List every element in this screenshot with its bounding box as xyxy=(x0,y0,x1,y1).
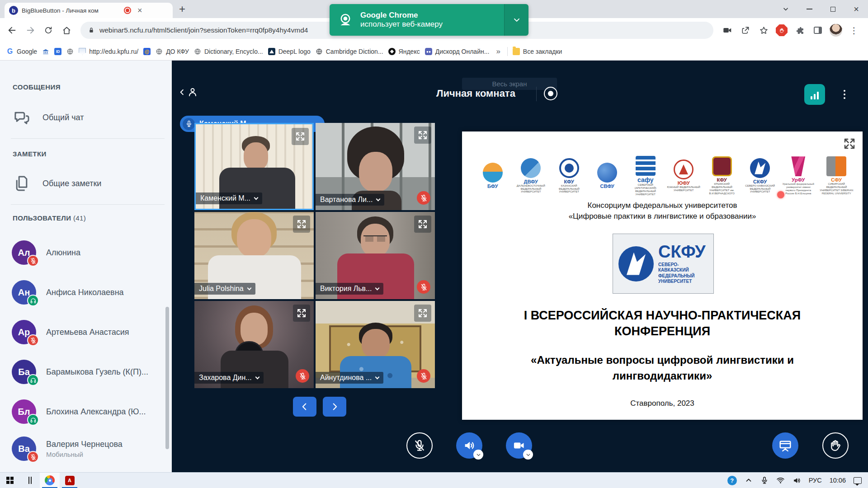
connection-status-icon[interactable] xyxy=(804,84,825,105)
tile-fullscreen-icon[interactable] xyxy=(414,216,431,233)
video-tile[interactable]: Захарова Дин... xyxy=(194,301,314,388)
clock[interactable]: 10:06 xyxy=(830,477,846,484)
bookmark-discord[interactable]: Дискорд Онлайн... xyxy=(425,48,490,55)
record-button[interactable] xyxy=(544,87,557,100)
user-list-item[interactable]: Ан Анфиса Николаевна xyxy=(12,280,124,305)
audio-options-chevron[interactable] xyxy=(473,450,483,460)
tray-network-icon[interactable] xyxy=(776,476,785,485)
tile-fullscreen-icon[interactable] xyxy=(293,216,310,233)
back-icon[interactable] xyxy=(5,23,20,38)
toast-expand-chevron[interactable] xyxy=(504,4,528,36)
participant-name[interactable]: Захарова Дин... xyxy=(194,372,264,384)
bookmark-mailru[interactable]: @ xyxy=(143,48,151,55)
raise-hand-button[interactable] xyxy=(822,432,849,459)
video-tile[interactable]: Каменский М... xyxy=(194,123,314,210)
webcam-usage-toast[interactable]: Google Chrome использует веб-камеру xyxy=(330,4,528,36)
side-panel-icon[interactable] xyxy=(810,23,826,38)
bookmark-yandex[interactable]: Яндекс xyxy=(388,48,420,55)
language-indicator[interactable]: РУС xyxy=(809,477,822,484)
mute-button[interactable] xyxy=(406,432,433,459)
tray-mic-icon[interactable] xyxy=(760,476,769,484)
participant-name[interactable]: Каменский М... xyxy=(196,192,262,204)
all-bookmarks-folder[interactable]: Все закладки xyxy=(513,48,562,55)
restore-presentation-button[interactable] xyxy=(772,432,798,459)
bookmark-dictionary[interactable]: Dictionary, Encyclo... xyxy=(194,48,263,55)
bookmark-globe[interactable] xyxy=(66,48,74,55)
bookmark-do-kfu[interactable]: ДО КФУ xyxy=(156,48,189,55)
user-list-item[interactable]: Ал Алюнина xyxy=(12,240,80,265)
video-tile[interactable]: Вартанова Ли... xyxy=(316,123,435,210)
home-icon[interactable] xyxy=(59,23,74,38)
help-tray-icon[interactable]: ? xyxy=(727,476,737,485)
browser-menu-icon[interactable]: ⋮ xyxy=(846,23,862,38)
forward-icon[interactable] xyxy=(23,23,38,38)
reload-icon[interactable] xyxy=(41,23,56,38)
toggle-userlist-button[interactable] xyxy=(178,87,198,98)
bookmark-id[interactable]: ID xyxy=(54,48,61,55)
tile-fullscreen-icon[interactable] xyxy=(293,305,310,322)
adblock-extension-icon[interactable] xyxy=(774,23,789,38)
bookmark-cambridge[interactable]: Cambridge Diction... xyxy=(316,48,383,55)
presentation-slide[interactable]: БФУ ДВФУДАЛЬНЕВОСТОЧНЫЙ ФЕДЕРАЛЬНЫЙ УНИВ… xyxy=(462,131,863,420)
taskbar-acrobat[interactable]: A xyxy=(60,473,80,488)
tile-fullscreen-icon[interactable] xyxy=(414,305,431,322)
hidden-icons-chevron[interactable] xyxy=(745,476,753,484)
user-list-item[interactable]: Ба Барамыкова Гузель (К(П)... xyxy=(12,360,148,384)
participant-name[interactable]: Вартанова Ли... xyxy=(316,194,384,206)
taskbar-chrome[interactable] xyxy=(40,473,60,488)
window-minimize-button[interactable] xyxy=(797,0,821,18)
divider xyxy=(11,204,165,205)
bookmarks-divider xyxy=(507,47,508,56)
public-chat-item[interactable]: Общий чат xyxy=(13,108,84,127)
shared-notes-item[interactable]: Общие заметки xyxy=(13,174,101,192)
new-tab-button[interactable]: + xyxy=(179,3,185,15)
bookmark-bank[interactable] xyxy=(42,48,49,55)
avatar: Ва xyxy=(12,436,36,461)
action-center-icon[interactable] xyxy=(854,477,862,484)
bookmark-deepl[interactable]: DeepL logo xyxy=(268,48,311,55)
video-tile[interactable]: Айнутдинова ... xyxy=(316,301,435,388)
tab-close-icon[interactable]: × xyxy=(137,6,142,14)
skfu-logo-box: СКФУ СЕВЕРО-КАВКАЗСКИЙ ФЕДЕРАЛЬНЫЙ УНИВЕ… xyxy=(613,234,714,294)
tile-fullscreen-icon[interactable] xyxy=(292,128,309,145)
audio-button[interactable] xyxy=(456,432,482,459)
video-prev-page-button[interactable] xyxy=(293,397,316,417)
bookmark-google[interactable]: GGoogle xyxy=(6,48,37,55)
video-tile[interactable]: Julia Polshina xyxy=(194,212,314,299)
tile-fullscreen-icon[interactable] xyxy=(414,127,431,144)
bookmarks-overflow-chevron[interactable]: » xyxy=(494,47,502,56)
user-list-item[interactable]: Ар Артемьева Анастасия xyxy=(12,320,129,344)
bookmark-star-icon[interactable] xyxy=(756,23,771,38)
extensions-puzzle-icon[interactable] xyxy=(792,23,807,38)
video-next-page-button[interactable] xyxy=(323,397,346,417)
browser-tab[interactable]: b BigBlueButton - Личная ком × xyxy=(5,3,173,18)
toast-message: использует веб-камеру xyxy=(360,20,443,29)
participant-name[interactable]: Виктория Льв... xyxy=(316,283,383,295)
bbb-main-area: Весь экран Личная комната Каменский М...… xyxy=(172,61,868,472)
window-close-button[interactable]: × xyxy=(844,0,868,18)
share-icon[interactable] xyxy=(738,23,753,38)
user-list-item[interactable]: Ва Валерия Чернецова Мобильный xyxy=(12,436,123,461)
tab-search-chevron-icon[interactable] xyxy=(774,0,797,18)
tray-volume-icon[interactable] xyxy=(793,476,801,485)
start-button[interactable] xyxy=(0,473,20,488)
sidebar-scrollbar[interactable] xyxy=(165,307,169,449)
lock-icon xyxy=(88,27,95,34)
options-menu-icon[interactable] xyxy=(840,84,849,105)
task-view-button[interactable] xyxy=(20,473,40,488)
window-maximize-button[interactable] xyxy=(821,0,844,18)
users-header: ПОЛЬЗОВАТЕЛИ (41) xyxy=(13,214,86,222)
participant-name[interactable]: Julia Polshina xyxy=(194,283,255,295)
participant-name[interactable]: Айнутдинова ... xyxy=(316,372,383,384)
presentation-fullscreen-icon[interactable] xyxy=(843,137,856,150)
globe-icon xyxy=(66,48,74,55)
muted-mic-icon xyxy=(27,334,39,346)
bookmark-kpfu[interactable]: http://edu.kpfu.ru/ xyxy=(79,48,138,55)
webcam-button[interactable] xyxy=(506,432,532,459)
camera-in-use-icon[interactable] xyxy=(720,23,735,38)
webcam-options-chevron[interactable] xyxy=(523,450,533,460)
video-tile[interactable]: Виктория Льв... xyxy=(316,212,435,299)
profile-avatar[interactable] xyxy=(828,23,844,38)
listen-only-icon xyxy=(27,374,39,386)
user-list-item[interactable]: Бл Блохина Александра (Ю... xyxy=(12,399,146,424)
